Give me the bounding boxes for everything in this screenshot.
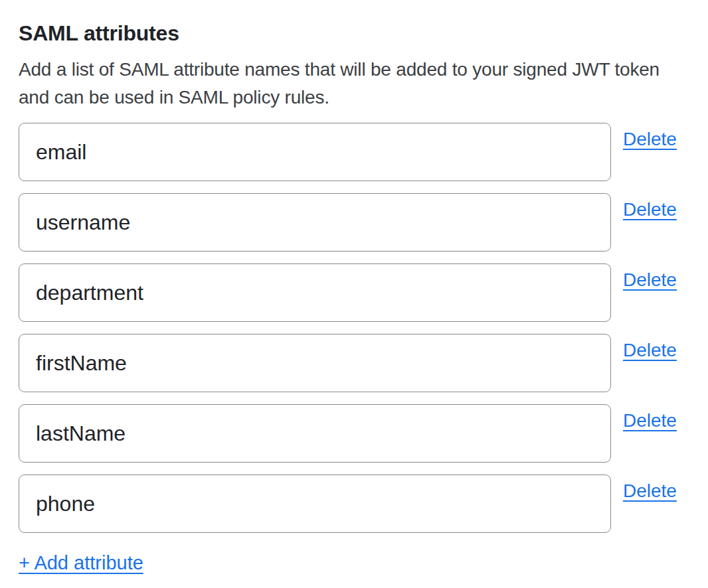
attribute-name-input[interactable]: [19, 334, 611, 392]
delete-attribute-link[interactable]: Delete: [623, 199, 677, 220]
delete-attribute-link[interactable]: Delete: [623, 269, 677, 291]
delete-attribute-link[interactable]: Delete: [623, 480, 677, 502]
page-title: SAML attributes: [19, 20, 689, 46]
attribute-row: Delete: [19, 263, 689, 322]
delete-attribute-link[interactable]: Delete: [623, 410, 677, 431]
attribute-name-input[interactable]: [19, 123, 611, 181]
section-description: Add a list of SAML attribute names that …: [19, 56, 689, 111]
attribute-row: Delete: [19, 123, 689, 181]
section-description-line-2: and can be used in SAML policy rules.: [19, 84, 689, 111]
section-description-line-1: Add a list of SAML attribute names that …: [19, 56, 689, 84]
attribute-name-input[interactable]: [19, 404, 611, 463]
attribute-row: Delete: [19, 193, 689, 252]
attribute-row: Delete: [19, 475, 689, 533]
attribute-name-input[interactable]: [19, 475, 611, 533]
add-attribute-link[interactable]: + Add attribute: [19, 552, 143, 574]
delete-attribute-link[interactable]: Delete: [623, 129, 677, 150]
attribute-list: Delete Delete Delete Delete Delete Delet…: [19, 123, 689, 533]
delete-attribute-link[interactable]: Delete: [623, 340, 677, 361]
attribute-row: Delete: [19, 334, 689, 392]
attribute-name-input[interactable]: [19, 263, 611, 322]
saml-attributes-section: SAML attributes Add a list of SAML attri…: [0, 0, 708, 574]
attribute-row: Delete: [19, 404, 689, 463]
attribute-name-input[interactable]: [19, 193, 611, 252]
